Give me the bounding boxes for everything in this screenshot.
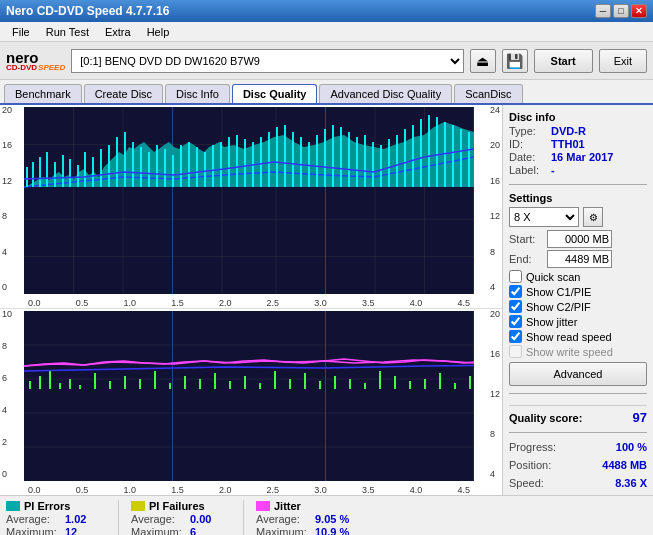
pi-failures-avg-label: Average: (131, 513, 186, 525)
tabs: Benchmark Create Disc Disc Info Disc Qua… (0, 80, 653, 105)
disc-date-label: Date: (509, 151, 547, 163)
tab-benchmark[interactable]: Benchmark (4, 84, 82, 103)
menu-file[interactable]: File (4, 24, 38, 40)
minimize-button[interactable]: ─ (595, 4, 611, 18)
speed-select[interactable]: 8 X (509, 207, 579, 227)
jitter-header: Jitter (256, 500, 356, 512)
speed-text: SPEED (38, 63, 65, 72)
svg-rect-50 (308, 142, 310, 187)
svg-rect-124 (349, 379, 351, 389)
show-c1pie-checkbox[interactable] (509, 285, 522, 298)
pi-errors-label: PI Errors (24, 500, 70, 512)
quick-scan-label: Quick scan (526, 271, 580, 283)
position-row: Position: 4488 MB (509, 459, 647, 471)
jitter-max: Maximum: 10.9 % (256, 526, 356, 535)
maximize-button[interactable]: □ (613, 4, 629, 18)
pi-errors-header: PI Errors (6, 500, 106, 512)
advanced-button[interactable]: Advanced (509, 362, 647, 386)
top-chart-y-right: 24 20 16 12 8 4 (490, 105, 500, 292)
pi-failures-avg-value: 0.00 (190, 513, 211, 525)
svg-rect-28 (132, 142, 134, 187)
svg-rect-41 (236, 135, 238, 187)
svg-rect-102 (39, 376, 41, 389)
svg-rect-34 (180, 145, 182, 187)
eject-button[interactable]: ⏏ (470, 49, 496, 73)
menu-help[interactable]: Help (139, 24, 178, 40)
disc-label-row: Label: - (509, 164, 647, 176)
tab-create-disc[interactable]: Create Disc (84, 84, 163, 103)
main-content: 20 16 12 8 4 0 24 20 16 12 8 4 (0, 105, 653, 495)
svg-rect-33 (172, 155, 174, 187)
svg-rect-93 (24, 311, 474, 481)
disc-id-label: ID: (509, 138, 547, 150)
show-c1pie-row: Show C1/PIE (509, 285, 647, 298)
svg-rect-132 (469, 376, 471, 389)
svg-rect-115 (214, 373, 216, 389)
tab-advanced-disc-quality[interactable]: Advanced Disc Quality (319, 84, 452, 103)
start-button[interactable]: Start (534, 49, 593, 73)
menubar: File Run Test Extra Help (0, 22, 653, 42)
svg-rect-46 (276, 127, 278, 187)
show-read-speed-row: Show read speed (509, 330, 647, 343)
menu-extra[interactable]: Extra (97, 24, 139, 40)
disc-id-value: TTH01 (551, 138, 585, 150)
svg-rect-42 (244, 139, 246, 187)
show-c2pif-checkbox[interactable] (509, 300, 522, 313)
svg-rect-27 (124, 132, 126, 187)
pi-errors-max: Maximum: 12 (6, 526, 106, 535)
progress-label: Progress: (509, 441, 556, 453)
svg-rect-49 (300, 137, 302, 187)
tab-disc-quality[interactable]: Disc Quality (232, 84, 318, 103)
save-button[interactable]: 💾 (502, 49, 528, 73)
disc-label-label: Label: (509, 164, 547, 176)
show-read-speed-checkbox[interactable] (509, 330, 522, 343)
svg-rect-26 (116, 137, 118, 187)
quick-scan-checkbox[interactable] (509, 270, 522, 283)
svg-rect-62 (404, 129, 406, 187)
start-input[interactable] (547, 230, 612, 248)
logo-area: nero CD-DVD SPEED (6, 49, 65, 72)
settings-section: Settings 8 X ⚙ Start: End: Quick scan (509, 192, 647, 386)
divider-3 (509, 432, 647, 433)
disc-label-value: - (551, 164, 555, 176)
svg-rect-131 (454, 383, 456, 389)
show-write-speed-row: Show write speed (509, 345, 647, 358)
menu-run-test[interactable]: Run Test (38, 24, 97, 40)
svg-rect-117 (244, 376, 246, 389)
close-button[interactable]: ✕ (631, 4, 647, 18)
svg-rect-20 (69, 159, 71, 187)
pi-failures-max-label: Maximum: (131, 526, 186, 535)
pi-failures-block: PI Failures Average: 0.00 Maximum: 6 Tot… (131, 500, 231, 535)
show-c2pif-label: Show C2/PIF (526, 301, 591, 313)
quality-score-value: 97 (633, 410, 647, 425)
svg-rect-36 (196, 147, 198, 187)
quick-scan-row: Quick scan (509, 270, 647, 283)
svg-rect-0 (24, 107, 474, 294)
pi-failures-avg: Average: 0.00 (131, 513, 231, 525)
tab-scan-disc[interactable]: ScanDisc (454, 84, 522, 103)
chart-area: 20 16 12 8 4 0 24 20 16 12 8 4 (0, 105, 503, 495)
svg-rect-108 (109, 381, 111, 389)
start-label: Start: (509, 233, 547, 245)
pi-errors-max-value: 12 (65, 526, 77, 535)
bottom-chart: 10 8 6 4 2 0 20 16 12 8 4 (0, 309, 502, 495)
exit-button[interactable]: Exit (599, 49, 647, 73)
end-input[interactable] (547, 250, 612, 268)
top-chart: 20 16 12 8 4 0 24 20 16 12 8 4 (0, 105, 502, 309)
device-select[interactable]: [0:1] BENQ DVD DD DW1620 B7W9 (71, 49, 463, 73)
jitter-max-label: Maximum: (256, 526, 311, 535)
settings-icon-button[interactable]: ⚙ (583, 207, 603, 227)
quality-score-row: Quality score: 97 (509, 405, 647, 425)
svg-rect-121 (304, 373, 306, 389)
svg-rect-44 (260, 137, 262, 187)
svg-rect-69 (460, 129, 462, 187)
pi-failures-label: PI Failures (149, 500, 205, 512)
show-jitter-checkbox[interactable] (509, 315, 522, 328)
tab-disc-info[interactable]: Disc Info (165, 84, 230, 103)
show-write-speed-checkbox[interactable] (509, 345, 522, 358)
pi-failures-color (131, 501, 145, 511)
quality-score-label: Quality score: (509, 412, 582, 424)
svg-rect-61 (396, 135, 398, 187)
svg-rect-126 (379, 371, 381, 389)
svg-rect-107 (94, 373, 96, 389)
